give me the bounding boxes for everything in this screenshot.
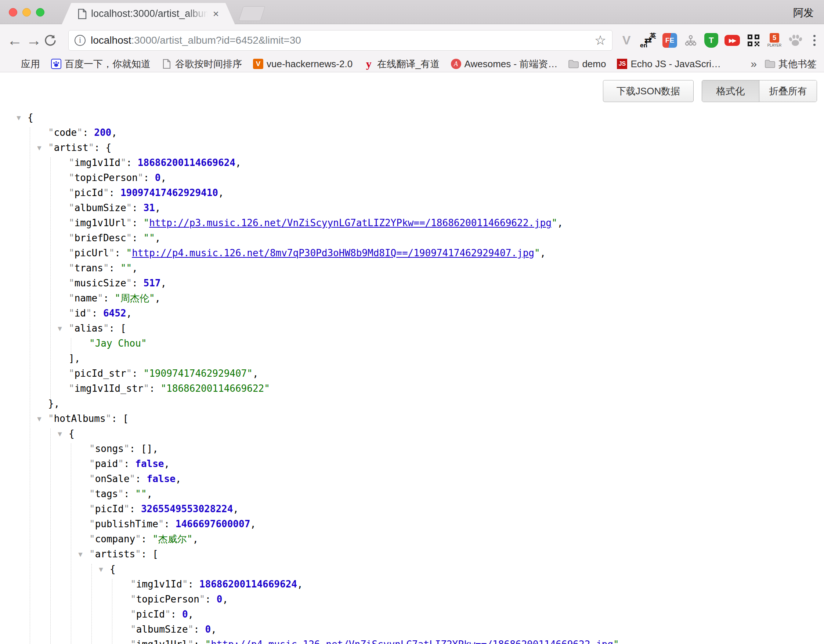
fe-helper-extension-button[interactable]: FE bbox=[663, 33, 677, 48]
bookmark-item[interactable]: 应用 bbox=[7, 58, 40, 71]
bookmarks-items: 应用百度一下，你就知道谷歌按时间排序Vvue-hackernews-2.0y在线… bbox=[7, 58, 721, 71]
tampermonkey-extension-button[interactable]: T bbox=[704, 33, 718, 48]
minimize-window-button[interactable] bbox=[22, 8, 31, 17]
close-window-button[interactable] bbox=[9, 8, 17, 17]
bookmark-item[interactable]: JSEcho JS - JavaScri… bbox=[617, 58, 721, 70]
bookmarks-bar: 应用百度一下，你就知道谷歌按时间排序Vvue-hackernews-2.0y在线… bbox=[0, 56, 824, 72]
page-favicon-icon bbox=[78, 9, 87, 19]
echojs-icon: JS bbox=[617, 59, 627, 69]
new-tab-button[interactable] bbox=[239, 6, 266, 21]
navigation-toolbar: ← → i localhost:3000/artist_album?id=645… bbox=[0, 25, 824, 56]
sitemap-extension-button[interactable] bbox=[683, 32, 698, 48]
other-bookmarks-folder[interactable]: 其他书签 bbox=[765, 58, 817, 71]
bookmark-label: demo bbox=[582, 58, 606, 70]
bookmarks-right: » 其他书签 bbox=[750, 58, 817, 71]
collapse-all-button[interactable]: 折叠所有 bbox=[759, 80, 817, 102]
vue-devtools-extension-button[interactable]: V bbox=[619, 32, 634, 48]
url-text: localhost:3000/artist_album?id=6452&limi… bbox=[91, 34, 590, 46]
extensions-row: V英⇄enFET▶▶5PLAYER bbox=[619, 32, 803, 48]
bookmark-item[interactable]: Vvue-hackernews-2.0 bbox=[253, 58, 352, 70]
tab-bar: localhost:3000/artist_album?id × 阿发 bbox=[0, 0, 824, 24]
youdao-icon: y bbox=[364, 59, 374, 69]
apps-icon bbox=[7, 59, 18, 69]
bookmark-label: Awesomes - 前端资… bbox=[464, 58, 558, 71]
format-button[interactable]: 格式化 bbox=[702, 80, 759, 102]
download-json-button[interactable]: 下载JSON数据 bbox=[603, 80, 693, 102]
active-tab[interactable]: localhost:3000/artist_album?id × bbox=[62, 3, 235, 25]
folder-icon bbox=[765, 59, 775, 69]
view-mode-segmented-control: 格式化 折叠所有 bbox=[702, 80, 817, 102]
bookmark-label: vue-hackernews-2.0 bbox=[267, 58, 352, 70]
other-bookmarks-label: 其他书签 bbox=[778, 58, 817, 71]
reload-button[interactable] bbox=[43, 34, 62, 48]
back-button[interactable]: ← bbox=[5, 33, 24, 48]
bookmark-item[interactable]: y在线翻译_有道 bbox=[364, 58, 440, 71]
html5-player-extension-button[interactable]: 5PLAYER bbox=[767, 32, 782, 48]
window-controls bbox=[9, 8, 45, 17]
fullscreen-window-button[interactable] bbox=[36, 8, 45, 17]
bookmark-label: 百度一下，你就知道 bbox=[65, 58, 151, 71]
address-bar[interactable]: i localhost:3000/artist_album?id=6452&li… bbox=[68, 30, 612, 51]
bookmark-item[interactable]: AAwesomes - 前端资… bbox=[451, 58, 558, 71]
browser-menu-icon[interactable] bbox=[808, 35, 821, 46]
awesomes-icon: A bbox=[451, 59, 461, 69]
bookmark-label: 在线翻译_有道 bbox=[377, 58, 440, 71]
url-path: :3000/artist_album?id=6452&limit=30 bbox=[131, 34, 301, 46]
bookmark-star-icon[interactable]: ☆ bbox=[595, 33, 606, 48]
tab-close-icon[interactable]: × bbox=[213, 9, 219, 19]
bookmark-item[interactable]: 谷歌按时间排序 bbox=[161, 58, 242, 71]
bookmarks-overflow-icon[interactable]: » bbox=[750, 58, 757, 70]
forward-button[interactable]: → bbox=[24, 33, 43, 48]
bookmark-item[interactable]: demo bbox=[569, 58, 606, 70]
profile-name[interactable]: 阿发 bbox=[793, 6, 814, 20]
doc-icon bbox=[161, 59, 172, 69]
translate-extension-button[interactable]: 英⇄en bbox=[640, 32, 656, 48]
bookmark-label: 应用 bbox=[21, 58, 40, 71]
bookmark-item[interactable]: 百度一下，你就知道 bbox=[51, 58, 151, 71]
vue-icon: V bbox=[253, 59, 263, 69]
folder-icon bbox=[569, 59, 579, 69]
qr-code-extension-button[interactable] bbox=[746, 32, 761, 48]
bookmark-label: 谷歌按时间排序 bbox=[175, 58, 242, 71]
paw-extension-button[interactable] bbox=[788, 32, 803, 48]
video-speed-extension-button[interactable]: ▶▶ bbox=[724, 35, 740, 46]
bookmark-label: Echo JS - JavaScri… bbox=[630, 58, 721, 70]
tab-title: localhost:3000/artist_album?id bbox=[91, 8, 208, 20]
baidu-icon bbox=[51, 59, 61, 69]
url-host: localhost bbox=[91, 34, 131, 46]
site-info-icon[interactable]: i bbox=[75, 35, 86, 46]
page-content: 下载JSON数据 格式化 折叠所有 bbox=[0, 73, 824, 644]
